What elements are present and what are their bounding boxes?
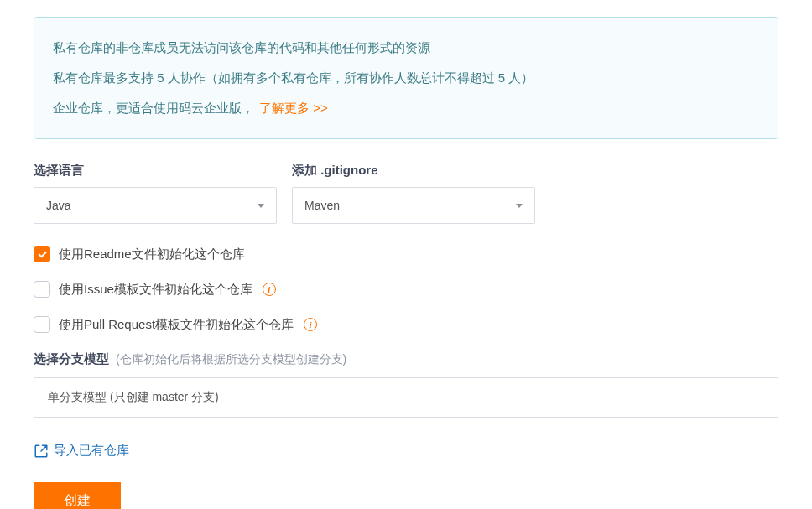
- issue-checkbox-label: 使用Issue模板文件初始化这个仓库: [59, 282, 252, 298]
- gitignore-select[interactable]: Maven: [292, 187, 535, 224]
- learn-more-link[interactable]: 了解更多 >>: [259, 101, 328, 115]
- import-icon: [34, 444, 49, 459]
- language-field: 选择语言 Java: [34, 163, 277, 224]
- language-select[interactable]: Java: [34, 187, 277, 224]
- gitignore-label: 添加 .gitignore: [292, 163, 535, 179]
- private-repo-info-box: 私有仓库的非仓库成员无法访问该仓库的代码和其他任何形式的资源 私有仓库最多支持 …: [34, 17, 778, 139]
- pr-checkbox[interactable]: [34, 316, 50, 333]
- readme-checkbox[interactable]: [34, 246, 50, 262]
- branch-heading: 选择分支模型 (仓库初始化后将根据所选分支模型创建分支): [34, 351, 778, 367]
- pr-checkbox-label: 使用Pull Request模板文件初始化这个仓库: [59, 317, 294, 333]
- caret-down-icon: [258, 204, 264, 208]
- info-icon[interactable]: i: [304, 318, 317, 331]
- language-label: 选择语言: [34, 163, 277, 179]
- language-value: Java: [46, 199, 71, 212]
- issue-checkbox-row: 使用Issue模板文件初始化这个仓库 i: [34, 281, 778, 298]
- info-line-2: 私有仓库最多支持 5 人协作（如拥有多个私有仓库，所有协作人数总计不得超过 5 …: [53, 63, 759, 93]
- info-icon[interactable]: i: [263, 283, 276, 296]
- gitignore-value: Maven: [304, 199, 340, 212]
- create-button[interactable]: 创建: [34, 482, 121, 509]
- pr-checkbox-row: 使用Pull Request模板文件初始化这个仓库 i: [34, 316, 778, 333]
- branch-hint: (仓库初始化后将根据所选分支模型创建分支): [116, 352, 346, 366]
- import-link-label: 导入已有仓库: [54, 443, 129, 459]
- info-line-1: 私有仓库的非仓库成员无法访问该仓库的代码和其他任何形式的资源: [53, 33, 759, 63]
- check-icon: [37, 249, 48, 260]
- readme-checkbox-label: 使用Readme文件初始化这个仓库: [59, 247, 245, 262]
- lang-gitignore-row: 选择语言 Java 添加 .gitignore Maven: [34, 163, 778, 224]
- branch-value: 单分支模型 (只创建 master 分支): [48, 390, 219, 405]
- branch-model-section: 选择分支模型 (仓库初始化后将根据所选分支模型创建分支) 单分支模型 (只创建 …: [34, 351, 778, 418]
- caret-down-icon: [516, 204, 523, 208]
- readme-checkbox-row: 使用Readme文件初始化这个仓库: [34, 246, 778, 262]
- gitignore-field: 添加 .gitignore Maven: [292, 163, 535, 224]
- issue-checkbox[interactable]: [34, 281, 50, 298]
- info-line-3: 企业仓库，更适合使用码云企业版，了解更多 >>: [53, 93, 759, 123]
- branch-select[interactable]: 单分支模型 (只创建 master 分支): [34, 377, 778, 418]
- branch-label: 选择分支模型: [34, 351, 109, 366]
- import-repo-link[interactable]: 导入已有仓库: [34, 443, 129, 459]
